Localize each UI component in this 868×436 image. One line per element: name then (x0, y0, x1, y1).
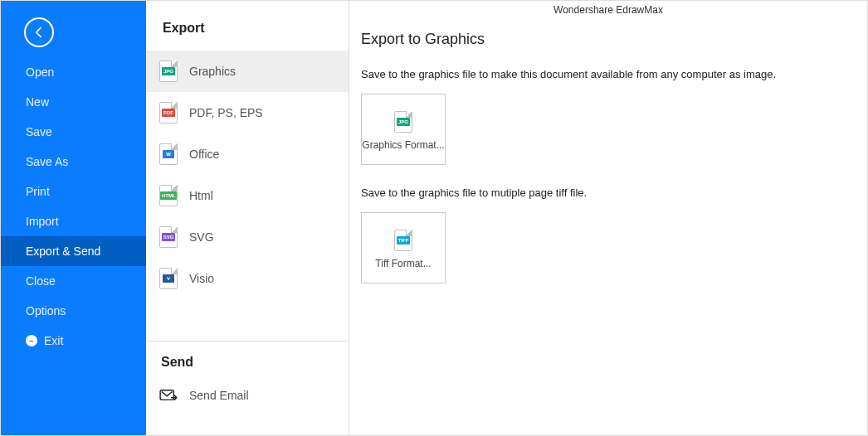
arrow-left-icon (32, 26, 46, 39)
export-item-label: Office (189, 148, 219, 161)
export-item-label: Visio (189, 272, 214, 285)
export-item-label: Graphics (189, 65, 236, 78)
export-column: Export JPG Graphics PDF PDF, PS, EPS W O… (146, 1, 349, 435)
content-title: Export to Graphics (361, 31, 856, 48)
file-sidebar: Open New Save Save As Print Import Expor… (1, 1, 146, 435)
exit-label: Exit (44, 334, 63, 347)
visio-file-icon: V (159, 268, 178, 289)
content-pane: Wondershare EdrawMax Export to Graphics … (349, 1, 867, 435)
content-desc-1: Save to the graphics file to make this d… (361, 68, 856, 80)
export-heading: Export (146, 21, 349, 51)
send-email[interactable]: Send Email (146, 378, 349, 413)
export-html[interactable]: HTML Html (146, 175, 349, 216)
export-item-label: SVG (189, 230, 214, 244)
nav-close[interactable]: Close (1, 266, 146, 296)
office-file-icon: W (159, 143, 178, 165)
html-file-icon: HTML (159, 185, 178, 206)
export-office[interactable]: W Office (146, 133, 349, 175)
nav-export-send[interactable]: Export & Send (1, 236, 146, 266)
tile-label: Graphics Format... (362, 139, 444, 153)
nav-new[interactable]: New (1, 87, 146, 117)
export-graphics[interactable]: JPG Graphics (146, 51, 349, 92)
svg-file-icon: SVG (159, 226, 178, 248)
nav-import[interactable]: Import (1, 206, 146, 236)
tile-label: Tiff Format... (375, 258, 431, 271)
export-item-label: PDF, PS, EPS (189, 106, 263, 119)
export-pdf[interactable]: PDF PDF, PS, EPS (146, 92, 349, 133)
email-icon (159, 388, 178, 403)
nav-open[interactable]: Open (1, 57, 146, 87)
nav-exit[interactable]: − Exit (1, 326, 146, 356)
nav-save-as[interactable]: Save As (1, 147, 146, 177)
app-title: Wondershare EdrawMax (349, 4, 867, 16)
nav-options[interactable]: Options (1, 296, 146, 326)
tiff-file-icon: TIFF (394, 230, 412, 251)
export-svg[interactable]: SVG SVG (146, 216, 349, 258)
back-button[interactable] (24, 17, 54, 47)
content-desc-2: Save to the graphics file to mutiple pag… (361, 187, 856, 199)
exit-icon: − (26, 335, 37, 346)
graphics-format-tile[interactable]: JPG Graphics Format... (361, 94, 446, 165)
nav-print[interactable]: Print (1, 177, 146, 206)
jpg-file-icon: JPG (394, 111, 412, 133)
pdf-file-icon: PDF (159, 102, 178, 124)
export-item-label: Html (189, 189, 213, 202)
jpg-file-icon: JPG (159, 61, 178, 82)
export-visio[interactable]: V Visio (146, 258, 349, 299)
nav-save[interactable]: Save (1, 117, 146, 147)
tiff-format-tile[interactable]: TIFF Tiff Format... (361, 212, 446, 283)
send-heading: Send (146, 342, 349, 378)
send-email-label: Send Email (189, 389, 249, 402)
